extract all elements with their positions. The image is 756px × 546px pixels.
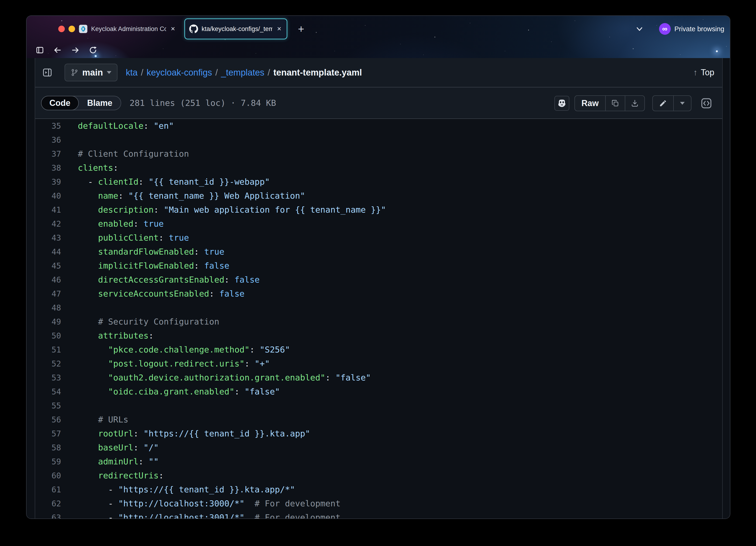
github-file-page: main kta / keycloak-configs / _templates… <box>27 58 730 519</box>
tab-title: kta/keycloak-configs/_templates <box>202 25 272 33</box>
line-number[interactable]: 41 <box>35 203 61 217</box>
code-line: 59 adminUrl: "" <box>35 455 722 469</box>
code-line-content: enabled: true <box>61 217 164 231</box>
code-line: 45 implicitFlowEnabled: false <box>35 259 722 273</box>
private-mask-icon: ∞ <box>659 23 671 35</box>
line-number[interactable]: 35 <box>35 119 61 133</box>
line-number[interactable]: 47 <box>35 287 61 301</box>
code-line-content: attributes: <box>61 329 154 343</box>
expand-file-tree-icon[interactable] <box>42 67 52 78</box>
code-line-content: "oidc.ciba.grant.enabled": "false" <box>61 385 280 399</box>
line-number[interactable]: 49 <box>35 315 61 329</box>
tab-github-file[interactable]: kta/keycloak-configs/_templates ✕ <box>184 18 287 39</box>
code-line: 57 rootUrl: "https://{{ tenant_id }}.kta… <box>35 427 722 441</box>
top-label: Top <box>701 68 714 77</box>
breadcrumb-dir-link[interactable]: keycloak-configs <box>147 68 212 78</box>
breadcrumb: kta / keycloak-configs / _templates / te… <box>126 68 362 78</box>
arrow-up-icon: ↑ <box>693 68 698 77</box>
code-line: 48 <box>35 301 722 315</box>
back-icon[interactable] <box>53 46 62 55</box>
line-number[interactable]: 39 <box>35 175 61 189</box>
code-line: 35 defaultLocale: "en" <box>35 119 722 133</box>
line-number[interactable]: 57 <box>35 427 61 441</box>
line-number[interactable]: 36 <box>35 133 61 147</box>
line-number[interactable]: 55 <box>35 399 61 413</box>
breadcrumb-separator: / <box>215 68 218 78</box>
line-number[interactable]: 45 <box>35 259 61 273</box>
line-number[interactable]: 38 <box>35 161 61 175</box>
code-line-content: - "http://localhost:3000/*" # For develo… <box>61 497 340 511</box>
code-line: 41 description: "Main web application fo… <box>35 203 722 217</box>
code-line-content: implicitFlowEnabled: false <box>61 259 229 273</box>
navigation-toolbar: github.com/AssahBismarkabah/kta/blob/mai… <box>27 42 730 58</box>
line-number[interactable]: 58 <box>35 441 61 455</box>
code-line-content: # URLs <box>61 413 128 427</box>
line-number[interactable]: 56 <box>35 413 61 427</box>
breadcrumb-repo-link[interactable]: kta <box>126 68 138 78</box>
edit-dropdown-button[interactable] <box>673 96 691 111</box>
code-line-content: # Client Configuration <box>61 147 189 161</box>
code-line: 62 - "http://localhost:3000/*" # For dev… <box>35 497 722 511</box>
pencil-icon <box>659 99 667 107</box>
line-number[interactable]: 62 <box>35 497 61 511</box>
line-number[interactable]: 63 <box>35 511 61 519</box>
line-number[interactable]: 51 <box>35 343 61 357</box>
code-line: 46 directAccessGrantsEnabled: false <box>35 273 722 287</box>
line-number[interactable]: 50 <box>35 329 61 343</box>
breadcrumb-file-name: tenant-template.yaml <box>273 68 362 78</box>
forward-icon[interactable] <box>71 46 80 55</box>
line-number[interactable]: 42 <box>35 217 61 231</box>
line-number[interactable]: 44 <box>35 245 61 259</box>
tab-close-icon[interactable]: ✕ <box>276 26 282 32</box>
code-line: 42 enabled: true <box>35 217 722 231</box>
raw-actions-group: Raw <box>574 95 645 111</box>
code-line: 44 standardFlowEnabled: true <box>35 245 722 259</box>
line-number[interactable]: 54 <box>35 385 61 399</box>
new-tab-button[interactable]: + <box>295 22 308 36</box>
code-line-content: name: "{{ tenant_name }} Web Application… <box>61 189 305 203</box>
back-to-top-link[interactable]: ↑ Top <box>693 68 717 77</box>
line-number[interactable]: 53 <box>35 371 61 385</box>
line-number[interactable]: 43 <box>35 231 61 245</box>
code-line: 53 "oauth2.device.authorization.grant.en… <box>35 371 722 385</box>
tab-close-icon[interactable]: ✕ <box>170 26 176 32</box>
tab-title: Keycloak Administration Console <box>91 25 166 33</box>
line-number[interactable]: 59 <box>35 455 61 469</box>
line-number[interactable]: 61 <box>35 483 61 497</box>
minimize-window-button[interactable] <box>69 26 75 32</box>
code-line: 55 <box>35 399 722 413</box>
copilot-button[interactable] <box>554 96 569 111</box>
code-line-content: adminUrl: "" <box>61 455 159 469</box>
tab-bar: Keycloak Administration Console ✕ kta/ke… <box>27 16 730 42</box>
copy-raw-button[interactable] <box>605 96 625 111</box>
raw-button[interactable]: Raw <box>575 96 605 111</box>
code-line-content <box>61 301 78 315</box>
line-number[interactable]: 37 <box>35 147 61 161</box>
sidebar-toggle-icon[interactable] <box>35 46 44 55</box>
close-window-button[interactable] <box>58 26 65 32</box>
edit-actions-group <box>652 95 691 111</box>
line-number[interactable]: 40 <box>35 189 61 203</box>
tab-blame[interactable]: Blame <box>79 96 121 110</box>
line-number[interactable]: 46 <box>35 273 61 287</box>
code-line-content: directAccessGrantsEnabled: false <box>61 273 260 287</box>
code-line: 47 serviceAccountsEnabled: false <box>35 287 722 301</box>
edit-file-button[interactable] <box>653 96 673 111</box>
reload-icon[interactable] <box>89 46 97 55</box>
code-line: 49 # Security Configuration <box>35 315 722 329</box>
list-all-tabs-chevron-icon[interactable] <box>635 24 644 34</box>
tab-code[interactable]: Code <box>41 96 79 110</box>
code-line: 51 "pkce.code.challenge.method": "S256" <box>35 343 722 357</box>
keycloak-favicon-icon <box>79 24 88 33</box>
code-line-content: "pkce.code.challenge.method": "S256" <box>61 343 290 357</box>
line-number[interactable]: 60 <box>35 469 61 483</box>
branch-selector-button[interactable]: main <box>65 64 117 81</box>
download-raw-button[interactable] <box>625 96 644 111</box>
tab-keycloak-console[interactable]: Keycloak Administration Console ✕ <box>75 18 180 39</box>
code-line-content: "oauth2.device.authorization.grant.enabl… <box>61 371 371 385</box>
line-number[interactable]: 48 <box>35 301 61 315</box>
symbols-panel-icon[interactable] <box>700 97 712 109</box>
code-line: 36 <box>35 133 722 147</box>
breadcrumb-dir-link[interactable]: _templates <box>221 68 264 78</box>
line-number[interactable]: 52 <box>35 357 61 371</box>
